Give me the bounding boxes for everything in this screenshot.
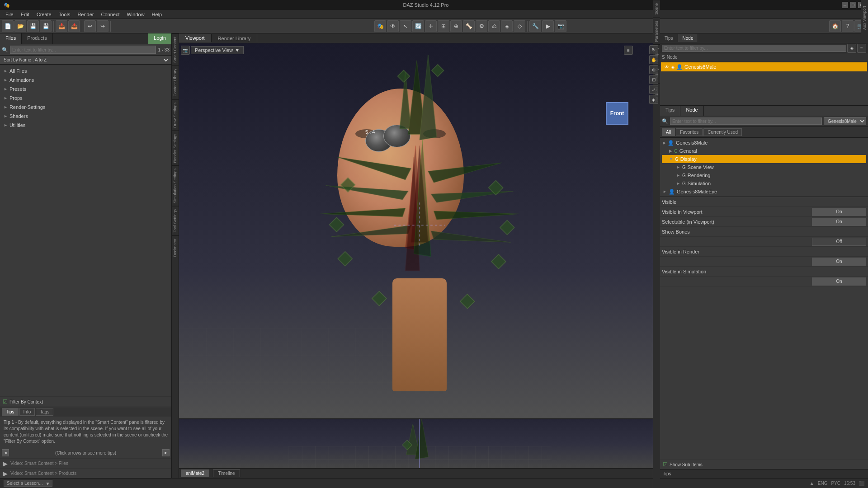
aux-viewport-btn[interactable]: ◈	[649, 95, 658, 104]
scene-button[interactable]: 🎭	[374, 20, 386, 32]
import-button[interactable]: 📥	[56, 20, 67, 32]
scene-view-btn[interactable]: ≡	[857, 44, 866, 53]
nav-utilities[interactable]: ► Utilities	[2, 121, 170, 130]
menu-connect[interactable]: Connect	[98, 11, 123, 18]
scene-tab-tips[interactable]: Tips	[660, 34, 678, 42]
main-viewport[interactable]: 5 : 4 📷 Perspective View ▼ ≡ Front ↻ ✋ ⊕…	[179, 43, 660, 418]
perspective-view-label[interactable]: Perspective View ▼	[191, 46, 244, 54]
tips-bottom-tab[interactable]: Tips	[660, 469, 868, 478]
save-as-button[interactable]: 💾	[40, 20, 52, 32]
menu-edit[interactable]: Edit	[17, 11, 33, 18]
tip-prev-button[interactable]: ◄	[2, 449, 9, 456]
lvt-draw-settings[interactable]: Draw Settings	[172, 99, 179, 131]
aux-viewport-label[interactable]: Aux Viewport	[861, 0, 868, 36]
video-item-1[interactable]: ▶ Video: Smart Content > Files	[0, 458, 171, 468]
universal-button[interactable]: ⊕	[450, 20, 462, 32]
new-scene-button[interactable]: 📄	[2, 20, 14, 32]
help-button[interactable]: 🏠	[829, 20, 841, 32]
tab-render-library[interactable]: Render Library	[212, 34, 258, 42]
info-button[interactable]: ?	[842, 20, 854, 32]
rotate-button[interactable]: 🔄	[412, 20, 424, 32]
tip-tab-tips[interactable]: Tips	[2, 408, 19, 416]
cat-currently-used[interactable]: Currently Used	[703, 128, 742, 136]
tree-simulation[interactable]: ► G Simulation	[662, 179, 866, 188]
params-tab-node[interactable]: Node	[680, 106, 703, 116]
video-item-2[interactable]: ▶ Video: Smart Content > Products	[0, 468, 171, 478]
maximize-button[interactable]: □	[850, 2, 856, 8]
tab-files[interactable]: Files	[0, 33, 22, 44]
pan-tool-btn[interactable]: ✋	[649, 55, 658, 64]
tip-tab-tags[interactable]: Tags	[36, 408, 53, 416]
rvt-parameters[interactable]: Parameters	[653, 18, 660, 45]
scene-filter-btn[interactable]: ◈	[847, 44, 856, 53]
tab-viewport[interactable]: Viewport	[179, 34, 212, 42]
rvt-scene[interactable]: Scene	[653, 0, 660, 18]
lvt-render-settings[interactable]: Render Settings	[172, 131, 179, 166]
open-button[interactable]: 📂	[14, 20, 26, 32]
scene-search-input[interactable]	[662, 45, 846, 52]
expand-tool-btn[interactable]: ⤢	[649, 85, 658, 94]
lesson-select[interactable]: Select a Lesson... ▼	[4, 480, 52, 487]
select-button[interactable]: ↖	[400, 20, 411, 32]
tree-display[interactable]: ▼ G Display	[662, 155, 866, 163]
weight-button[interactable]: ⚖	[488, 20, 500, 32]
export-button[interactable]: 📤	[68, 20, 80, 32]
node-genesis8male[interactable]: 👁 ◈ 👤 Genesis8Male	[661, 62, 867, 71]
tab-animate2[interactable]: aniMate2	[181, 469, 209, 477]
login-button[interactable]: Login	[148, 33, 171, 44]
tree-rendering[interactable]: ► G Rendering	[662, 171, 866, 179]
cat-all[interactable]: All	[662, 128, 675, 136]
tip-tab-info[interactable]: Info	[19, 408, 35, 416]
minimize-button[interactable]: ─	[842, 2, 848, 8]
move-button[interactable]: ✛	[425, 20, 437, 32]
lvt-smart-content[interactable]: Smart Content	[172, 33, 179, 66]
nav-render-settings[interactable]: ► Render-Settings	[2, 103, 170, 112]
prop-vis-viewport-toggle[interactable]: On	[812, 208, 866, 216]
params-tab-tips[interactable]: Tips	[660, 106, 680, 116]
rotate-tool-btn[interactable]: ↻	[649, 45, 658, 54]
viewport-button[interactable]: 👁	[387, 20, 399, 32]
geometry-button[interactable]: ◇	[514, 20, 525, 32]
joint-button[interactable]: ⚙	[476, 20, 487, 32]
sort-select[interactable]: Sort by Name : A to Z	[2, 56, 170, 64]
tree-scene-view[interactable]: ► G Scene View	[662, 163, 866, 171]
camera-button[interactable]: 📷	[555, 20, 566, 32]
tree-general[interactable]: ▶ G General	[662, 147, 866, 155]
nav-animations[interactable]: ► Animations	[2, 75, 170, 84]
menu-help[interactable]: Help	[148, 11, 166, 18]
prop-vis-render-toggle[interactable]: On	[812, 258, 866, 266]
tree-genesis8maleeye[interactable]: ► 👤 Genesis8MaleEye	[662, 188, 866, 196]
bone-button[interactable]: 🦴	[463, 20, 475, 32]
prop-show-bones-toggle[interactable]: Off	[812, 238, 866, 246]
sub-items-checkbox[interactable]: ☑	[663, 461, 668, 468]
scene-tab-node[interactable]: Node	[678, 34, 698, 42]
params-search-input[interactable]	[670, 117, 822, 125]
vp-camera-btn[interactable]: 📷	[181, 46, 190, 55]
morph-button[interactable]: ◈	[501, 20, 513, 32]
tab-products[interactable]: Products	[22, 33, 52, 44]
lvt-simulation-settings[interactable]: Simulation Settings	[172, 165, 179, 206]
render-settings-button[interactable]: 🔧	[529, 20, 541, 32]
tab-timeline[interactable]: Timeline	[213, 469, 240, 477]
menu-window[interactable]: Window	[123, 11, 148, 18]
menu-create[interactable]: Create	[33, 11, 55, 18]
nav-props[interactable]: ► Props	[2, 94, 170, 103]
tree-genesis8male[interactable]: ▶ 👤 Genesis8Male	[662, 139, 866, 147]
prop-selectable-toggle[interactable]: On	[812, 218, 866, 226]
scale-button[interactable]: ⊞	[438, 20, 449, 32]
vp-settings-btn[interactable]: ≡	[624, 46, 633, 55]
lvt-decimator[interactable]: Decimator	[172, 235, 179, 260]
prop-vis-sim-toggle[interactable]: On	[812, 277, 866, 286]
smart-content-search-input[interactable]	[10, 46, 156, 54]
cat-favorites[interactable]: Favorites	[676, 128, 703, 136]
zoom-tool-btn[interactable]: ⊕	[649, 65, 658, 74]
menu-file[interactable]: File	[2, 11, 17, 18]
nav-shaders[interactable]: ► Shaders	[2, 112, 170, 121]
lvt-tool-settings[interactable]: Tool Settings	[172, 206, 179, 235]
tip-next-button[interactable]: ►	[162, 449, 170, 456]
render-button[interactable]: ▶	[542, 20, 554, 32]
params-node-dropdown[interactable]: Genesis8Male	[824, 117, 866, 125]
nav-presets[interactable]: ► Presets	[2, 84, 170, 94]
save-button[interactable]: 💾	[27, 20, 39, 32]
lvt-content-library[interactable]: Content Library	[172, 66, 179, 99]
